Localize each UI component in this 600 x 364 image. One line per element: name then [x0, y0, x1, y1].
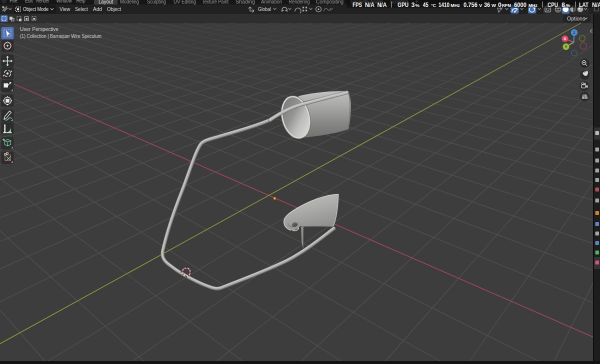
svg-text:0: 0 [498, 2, 502, 8]
svg-text:%: % [566, 2, 570, 8]
svg-text:Options: Options [567, 16, 585, 22]
svg-text:N/A: N/A [592, 2, 600, 8]
svg-text:6000: 6000 [514, 2, 526, 8]
svg-text:Window: Window [56, 0, 72, 4]
svg-text:3: 3 [411, 2, 414, 8]
svg-text:MHz: MHz [450, 2, 460, 8]
svg-text:File: File [10, 0, 18, 4]
svg-text:N/A: N/A [365, 2, 374, 8]
svg-text:View: View [60, 6, 70, 12]
svg-text:0.756: 0.756 [464, 2, 478, 8]
svg-text:N/A: N/A [377, 2, 386, 8]
svg-text:V: V [479, 2, 482, 8]
svg-text:Animation: Animation [261, 0, 282, 4]
svg-text:Y: Y [564, 44, 568, 49]
svg-text:Select: Select [75, 6, 88, 12]
svg-text:User Perspective: User Perspective [20, 26, 58, 32]
svg-text:Texture Paint: Texture Paint [202, 0, 228, 4]
svg-text:8: 8 [562, 2, 565, 8]
svg-text:%: % [416, 2, 420, 8]
svg-text:45: 45 [423, 2, 428, 8]
svg-text:W: W [492, 2, 496, 8]
svg-text:Modeling: Modeling [120, 0, 139, 4]
svg-text:Z: Z [573, 30, 576, 35]
svg-text:LAT: LAT [579, 2, 588, 8]
svg-text:CPU: CPU [548, 2, 558, 8]
svg-text:Rendering: Rendering [289, 0, 310, 4]
svg-text:Add: Add [93, 6, 102, 12]
svg-text:Edit: Edit [25, 0, 33, 4]
svg-text:UV Editing: UV Editing [174, 0, 196, 4]
svg-text:Compositing: Compositing [316, 0, 344, 4]
svg-text:Global: Global [258, 6, 271, 12]
svg-text:X: X [564, 36, 566, 41]
svg-text:MHz: MHz [528, 2, 538, 8]
svg-text:(1) Collection | Barraquer Wir: (1) Collection | Barraquer Wire Speculum [20, 33, 102, 39]
svg-text:FPS: FPS [352, 2, 362, 8]
svg-text:Layout: Layout [98, 0, 113, 4]
svg-text:36: 36 [484, 2, 490, 8]
svg-text:°C: °C [431, 2, 436, 8]
svg-text:GPU: GPU [398, 2, 408, 8]
svg-text:Render: Render [36, 0, 50, 4]
svg-text:Object Mode: Object Mode [23, 6, 48, 12]
svg-text:Sculpting: Sculpting [147, 0, 166, 4]
svg-text:RPM: RPM [502, 2, 511, 8]
svg-text:Object: Object [107, 6, 121, 12]
svg-text:Help: Help [76, 0, 86, 4]
svg-text:1410: 1410 [438, 2, 450, 8]
svg-text:Shading: Shading [236, 0, 255, 4]
